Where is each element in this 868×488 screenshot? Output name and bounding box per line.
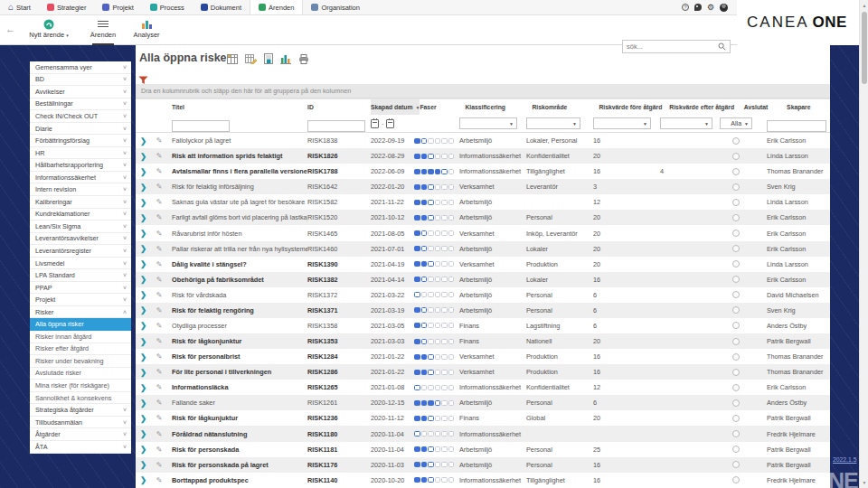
table-row[interactable]: ❯✎Risk att information sprids felaktigtR… — [136, 148, 830, 164]
table-row[interactable]: ❯✎Föråldrad nätanslutningRISK11802020-11… — [136, 426, 830, 441]
nav-item-dokument[interactable]: Dokument — [193, 0, 250, 14]
closed-radio[interactable] — [732, 306, 740, 314]
sidebar-item-diarie[interactable]: Diarie˅ — [30, 123, 131, 136]
expand-row-icon[interactable]: ❯ — [140, 383, 146, 392]
expand-row-icon[interactable]: ❯ — [140, 429, 146, 438]
expand-row-icon[interactable]: ❯ — [140, 337, 146, 346]
sidebar-item-strategiska-tg-rder[interactable]: Strategiska åtgärder˅ — [30, 404, 131, 417]
expand-row-icon[interactable]: ❯ — [140, 305, 146, 314]
col-header-faser[interactable]: Faser — [420, 104, 465, 110]
sidebar-item-lean-six-sigma[interactable]: Lean/Six Sigma˅ — [30, 221, 131, 233]
edit-pencil-icon[interactable]: ✎ — [156, 322, 163, 330]
tab-arenden[interactable]: Ärenden — [83, 18, 123, 39]
closed-radio[interactable] — [732, 214, 740, 221]
table-row[interactable]: ❯✎För lite personal i tillverkningenRISK… — [136, 364, 830, 380]
sidebar-item-avslutade-risker[interactable]: Avslutade risker — [30, 368, 131, 380]
version-link[interactable]: 2022.1.5 — [833, 456, 856, 463]
col-header-skapad-datum[interactable]: Skapad datum▼ — [371, 99, 420, 115]
expand-row-icon[interactable]: ❯ — [140, 198, 146, 207]
expand-row-icon[interactable]: ❯ — [140, 152, 146, 161]
table-row[interactable]: ❯✎Råvarubrist inför höstenRISK14652021-0… — [136, 225, 830, 240]
expand-row-icon[interactable]: ❯ — [140, 414, 146, 423]
help-icon[interactable]: ? — [682, 4, 689, 11]
closed-radio[interactable] — [732, 430, 740, 437]
sidebar-item-f-rb-ttringsf-rslag[interactable]: Förbättringsförslag˅ — [30, 135, 131, 147]
edit-pencil-icon[interactable]: ✎ — [156, 352, 163, 361]
filter-riskvarde-fore-select[interactable]: ▼ — [593, 117, 651, 129]
expand-row-icon[interactable]: ❯ — [140, 475, 146, 484]
closed-radio[interactable] — [732, 137, 740, 145]
sidebar-item-sannolikhet-konsekvens[interactable]: Sannolikhet & konsekvens — [30, 392, 131, 405]
expand-row-icon[interactable]: ❯ — [140, 352, 146, 361]
col-header-riskomrade[interactable]: Riskområde — [532, 104, 591, 110]
group-by-bar[interactable]: Dra en kolumnrubrik och släpp den här fö… — [136, 84, 830, 99]
table-row[interactable]: ❯✎InformationsläckaRISK12652021-01-08Inf… — [136, 380, 830, 395]
closed-radio[interactable] — [732, 476, 740, 483]
col-header-klassificering[interactable]: Klassificering — [465, 104, 532, 110]
expand-row-icon[interactable]: ❯ — [140, 275, 146, 284]
table-row[interactable]: ❯✎Risk för felaktig införsäljningRISK164… — [136, 179, 830, 194]
edit-pencil-icon[interactable]: ✎ — [156, 306, 163, 314]
filter-riskomrade-select[interactable]: ▼ — [526, 117, 580, 129]
sidebar-item-leverant-rsavvikelser[interactable]: Leverantörsavvikelser˅ — [30, 233, 131, 246]
sidebar-item-intern-revision[interactable]: Intern revision˅ — [30, 183, 131, 196]
sidebar-item-risker[interactable]: Risker˄ — [30, 306, 131, 319]
table-row[interactable]: ❯✎Risk för felaktig rengöringRISK1371202… — [136, 303, 830, 318]
edit-pencil-icon[interactable]: ✎ — [156, 198, 163, 206]
date-from-picker-icon[interactable] — [371, 119, 379, 128]
table-icon[interactable] — [227, 54, 238, 64]
window-scrollbar[interactable]: ▲ ▼ — [859, 0, 868, 488]
expand-row-icon[interactable]: ❯ — [140, 244, 146, 253]
search-input[interactable] — [627, 42, 718, 51]
table-row[interactable]: ❯✎Pallar riskerar att trilla ner från ny… — [136, 241, 830, 257]
sidebar-item-leverant-rsregister[interactable]: Leverantörsregister˅ — [30, 245, 131, 258]
scrollbar-thumb[interactable] — [862, 12, 867, 84]
closed-radio[interactable] — [732, 353, 740, 361]
nav-item-projekt[interactable]: Projekt — [94, 0, 141, 14]
bar-chart-icon[interactable] — [280, 53, 291, 64]
sidebar-item-kalibreringar[interactable]: Kalibreringar˅ — [30, 196, 131, 209]
sidebar-item-risker-innan-tg-rd[interactable]: Risker innan åtgärd — [30, 331, 131, 343]
closed-radio[interactable] — [732, 291, 740, 298]
sidebar-item-lpa-standard[interactable]: LPA Standard˅ — [30, 269, 131, 282]
sidebar-item-h-llbarhetsrapportering[interactable]: Hållbarhetsrapportering˅ — [30, 159, 131, 172]
table-row[interactable]: ❯✎Avtalsmallar finns i flera parallella … — [136, 164, 830, 179]
filter-klassificering-select[interactable]: ▼ — [459, 117, 517, 129]
sidebar-item-gemensamma-vyer[interactable]: Gemensamma vyer˅ — [30, 61, 131, 74]
tab-analyser[interactable]: Analyser — [127, 18, 166, 39]
closed-radio[interactable] — [732, 369, 740, 376]
scroll-up-icon[interactable]: ▲ — [860, 3, 868, 8]
edit-pencil-icon[interactable]: ✎ — [156, 183, 163, 191]
edit-pencil-icon[interactable]: ✎ — [156, 430, 163, 438]
edit-pencil-icon[interactable]: ✎ — [156, 476, 163, 484]
sidebar-item-informationss-kerhet[interactable]: Informationssäkerhet˅ — [30, 172, 131, 184]
date-to-picker-icon[interactable] — [386, 119, 394, 128]
sidebar-item-hr[interactable]: HR˅ — [30, 147, 131, 160]
avatar[interactable] — [720, 4, 728, 12]
edit-pencil-icon[interactable]: ✎ — [156, 213, 163, 221]
closed-radio[interactable] — [732, 276, 740, 283]
table-row[interactable]: ❯✎Risk för vårdskadaRISK13722021-03-22Ar… — [136, 287, 830, 303]
table-row[interactable]: ❯✎Risk för lågkunjukturRISK12362020-11-1… — [136, 410, 830, 426]
edit-pencil-icon[interactable]: ✎ — [156, 414, 163, 422]
closed-radio[interactable] — [732, 322, 740, 329]
col-header-avslutat[interactable]: Avslutat — [734, 104, 778, 110]
expand-row-icon[interactable]: ❯ — [140, 445, 146, 454]
table-row[interactable]: ❯✎Fallolyckor på lagretRISK18382022-09-1… — [136, 133, 830, 148]
table-row[interactable]: ❯✎Dålig kvalité i stängsel?RISK13902021-… — [136, 257, 830, 272]
edit-pencil-icon[interactable]: ✎ — [156, 245, 163, 253]
sidebar-item-ppap[interactable]: PPAP˅ — [30, 282, 131, 295]
table-row[interactable]: ❯✎Borttappad produktspecRISK11402020-10-… — [136, 473, 830, 488]
col-header-id[interactable]: ID — [307, 104, 371, 110]
sidebar-item-projekt[interactable]: Projekt˅ — [30, 294, 131, 306]
edit-pencil-icon[interactable]: ✎ — [156, 136, 163, 145]
expand-row-icon[interactable]: ❯ — [140, 167, 146, 176]
sidebar-item-avvikelser[interactable]: Avvikelser˅ — [30, 86, 131, 99]
edit-pencil-icon[interactable]: ✎ — [156, 230, 163, 238]
expand-row-icon[interactable]: ❯ — [140, 290, 146, 299]
sidebar-item-tg-rder[interactable]: Åtgärder˅ — [30, 428, 131, 441]
sidebar-item-kundreklamationer[interactable]: Kundreklamationer˅ — [30, 209, 131, 221]
closed-radio[interactable] — [732, 230, 740, 237]
closed-radio[interactable] — [732, 446, 740, 453]
closed-radio[interactable] — [732, 153, 740, 160]
